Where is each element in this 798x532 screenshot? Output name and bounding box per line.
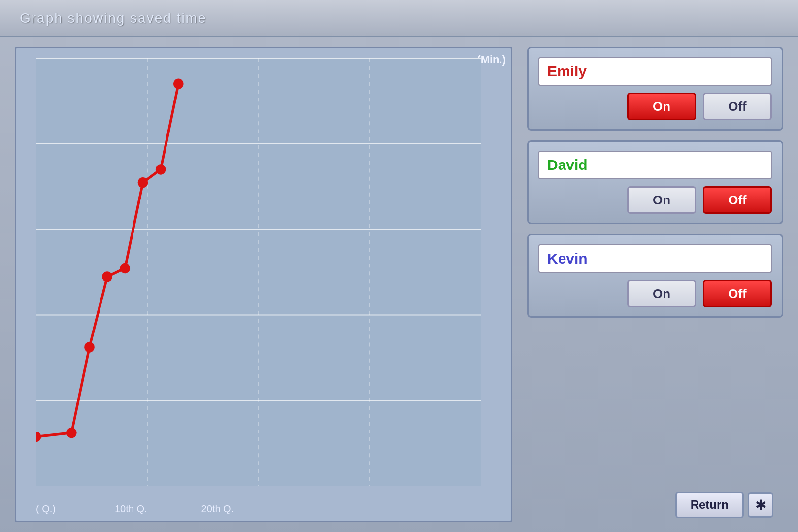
chart-svg: 20 16 12 8 4 0 [36, 58, 481, 486]
x-axis-labels: ( Q.) 10th Q. 20th Q. [36, 503, 481, 515]
return-button[interactable]: Return [675, 492, 744, 518]
player-card-emily: Emily On Off [527, 47, 783, 131]
emily-off-button[interactable]: Off [703, 93, 772, 120]
top-bar: Graph showing saved time [0, 0, 798, 37]
player-card-kevin: Kevin On Off [527, 234, 783, 318]
david-toggle-row: On Off [538, 186, 772, 214]
david-off-button[interactable]: Off [703, 186, 772, 214]
svg-point-24 [173, 78, 184, 89]
x-label-10q: 10th Q. [115, 503, 147, 515]
kevin-off-button[interactable]: Off [703, 280, 772, 307]
player-name-david: David [538, 151, 772, 179]
svg-point-20 [102, 271, 112, 282]
main-content: (Min.) 20 [0, 37, 798, 532]
player-name-emily: Emily [538, 57, 772, 86]
david-on-button[interactable]: On [627, 186, 696, 214]
player-name-kevin: Kevin [538, 244, 772, 273]
x-label-20q: 20th Q. [201, 503, 234, 515]
graph-inner: 20 16 12 8 4 0 [36, 58, 481, 486]
graph-container: (Min.) 20 [15, 47, 512, 522]
emily-toggle-row: On Off [538, 93, 772, 120]
svg-point-19 [84, 342, 95, 352]
svg-point-18 [66, 428, 77, 438]
page-title: Graph showing saved time [20, 10, 207, 26]
svg-point-23 [156, 164, 166, 174]
star-button[interactable]: ✱ [748, 492, 773, 518]
kevin-toggle-row: On Off [538, 280, 772, 307]
footer-bar: Return ✱ [527, 488, 783, 522]
svg-point-21 [120, 263, 130, 273]
player-card-david: David On Off [527, 140, 783, 224]
svg-point-22 [138, 177, 148, 188]
x-label-q: ( Q.) [36, 503, 56, 515]
graph-unit-label: (Min.) [477, 53, 506, 66]
sidebar: Emily On Off David On Off Kevin On Off [527, 47, 783, 522]
emily-on-button[interactable]: On [627, 93, 696, 120]
kevin-on-button[interactable]: On [627, 280, 696, 307]
